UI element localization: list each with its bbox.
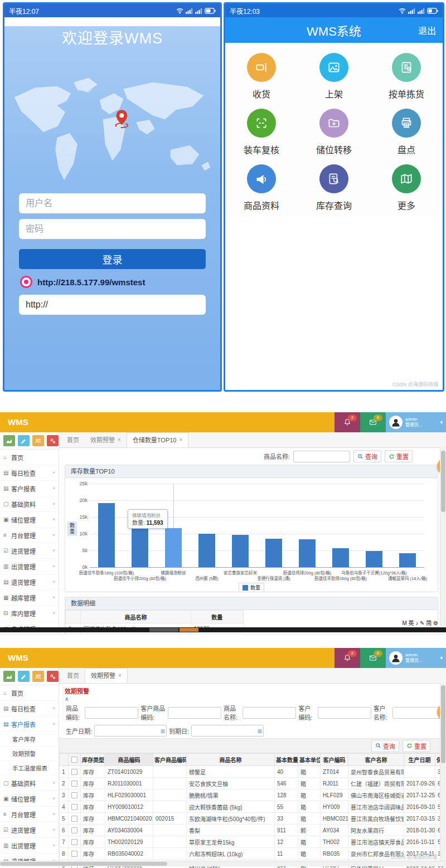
tab-仓储数量TOP10[interactable]: 仓储数量TOP10× — [127, 432, 189, 447]
detail-col-header[interactable]: 商品名称 — [81, 611, 191, 623]
chart-legend[interactable]: 数量 — [239, 583, 264, 592]
col-header-客户商品编码[interactable]: 客户商品编码 — [153, 754, 187, 766]
chart-bar[interactable] — [332, 548, 349, 567]
checkbox[interactable] — [71, 827, 77, 833]
collapse-icon[interactable]: ∧ — [59, 696, 446, 702]
sidebar-item-首页[interactable]: ⌂首页 — [0, 450, 59, 465]
chart-bar[interactable] — [399, 553, 416, 567]
table-row[interactable]: 7库存TH002020129草原家王龙骨15kg12箱TH002晋江市池店镇天厚… — [60, 836, 446, 848]
filter-input-0[interactable] — [85, 707, 138, 719]
horizontal-scrollbar[interactable] — [0, 861, 446, 866]
calendar-icon[interactable]: ▦ — [258, 728, 263, 734]
date-input-0[interactable] — [94, 725, 167, 737]
chart-bar[interactable] — [198, 534, 215, 567]
menu-item-收货[interactable]: 收货 — [225, 48, 298, 104]
search-button[interactable]: 查询 — [353, 450, 381, 462]
sidebar-item-出货管理[interactable]: ▥出货管理˅ — [0, 838, 59, 854]
scrollbar-thumb[interactable] — [441, 451, 445, 512]
menu-item-按单拣货[interactable]: 按单拣货 — [370, 48, 443, 104]
vertical-scrollbar[interactable] — [440, 447, 446, 626]
row-select[interactable] — [69, 789, 81, 801]
user-menu[interactable]: admin管理员...▾ — [386, 412, 446, 432]
notifications-button[interactable]: 2 — [334, 648, 360, 668]
chart-area-button[interactable] — [3, 671, 15, 682]
username-input[interactable] — [19, 193, 206, 213]
menu-item-储位转移[interactable]: 储位转移 — [298, 104, 370, 160]
tab-首页[interactable]: 首页 — [61, 433, 85, 447]
scrollbar-thumb[interactable] — [0, 862, 167, 866]
sidebar-item-储位管理[interactable]: ▣储位管理˅ — [0, 512, 59, 528]
sidebar-subitem-效期预警[interactable]: 效期预警 — [0, 747, 59, 761]
user-menu[interactable]: admin管理员...▾ — [386, 648, 446, 668]
sidebar-item-月台管理[interactable]: ≡月台管理˅ — [0, 528, 59, 543]
tab-close-icon[interactable]: × — [180, 433, 183, 447]
pencil-button[interactable] — [18, 435, 30, 446]
detail-col-header[interactable]: 数量 — [191, 611, 243, 623]
chart-bar[interactable] — [232, 535, 249, 568]
sidebar-item-进货管理[interactable]: ☑进货管理˅ — [0, 822, 59, 838]
menu-item-上架[interactable]: 上架 — [298, 48, 370, 104]
calendar-icon[interactable]: ▦ — [161, 728, 166, 734]
row-select[interactable] — [69, 766, 81, 778]
table-row[interactable]: 5库存HBMC0210400201002015东欧海湖味牛粒(500g*40包/… — [60, 813, 446, 825]
reset-button[interactable]: 重置 — [403, 740, 430, 752]
sidebar-item-每日检查[interactable]: ▤每日检查˅ — [0, 465, 59, 481]
checkbox[interactable] — [71, 792, 77, 798]
menu-item-商品资料[interactable]: 商品资料 — [225, 160, 298, 216]
tab-效期预警[interactable]: 效期预警× — [85, 668, 128, 683]
notifications-button[interactable]: 2 — [334, 412, 360, 432]
chart-bar[interactable] — [265, 539, 282, 567]
sidebar-item-基础资料[interactable]: ▢基础资料˅ — [0, 776, 59, 791]
users-button[interactable] — [32, 435, 44, 446]
sidebar-item-月台管理[interactable]: ≡月台管理˅ — [0, 807, 59, 822]
tab-close-icon[interactable]: × — [118, 669, 122, 683]
logout-button[interactable]: 退出 — [418, 23, 436, 37]
tab-效期预警[interactable]: 效期预警× — [85, 433, 127, 447]
col-header-客户编码[interactable]: 客户编码 — [321, 754, 348, 766]
filter-input-3[interactable] — [318, 707, 371, 719]
server-radio[interactable] — [20, 276, 32, 288]
sidebar-item-储位管理[interactable]: ▣储位管理˅ — [0, 791, 59, 807]
row-select[interactable] — [69, 848, 81, 860]
reset-button[interactable]: 重置 — [385, 450, 413, 462]
checkbox[interactable] — [71, 839, 77, 845]
col-header-商品名称[interactable]: 商品名称 — [187, 754, 275, 766]
messages-button[interactable]: 0 — [360, 648, 386, 668]
checkbox[interactable] — [71, 757, 77, 763]
col-header-基本数量[interactable]: 基本数量 — [275, 754, 298, 766]
checkbox[interactable] — [71, 816, 77, 822]
menu-item-库存查询[interactable]: 库存查询 — [298, 160, 370, 216]
sidebar-item-客户报表[interactable]: ▤客户报表˅ — [0, 481, 59, 496]
checkbox[interactable] — [71, 804, 77, 810]
scrollbar-thumb[interactable] — [441, 685, 445, 763]
messages-button[interactable]: 0 — [360, 412, 386, 432]
col-header-客户名称[interactable]: 客户名称 — [348, 754, 404, 766]
sidebar-item-基础资料[interactable]: ▢基础资料˅ — [0, 496, 59, 512]
users-button[interactable] — [32, 671, 44, 682]
row-select[interactable] — [69, 778, 81, 789]
sidebar-item-越库管理[interactable]: ▦越库管理˅ — [0, 590, 59, 606]
sidebar-subitem-客户库存[interactable]: 客户库存 — [0, 732, 59, 747]
menu-item-盘点[interactable]: 盘点 — [370, 104, 443, 160]
checkbox[interactable] — [71, 851, 77, 857]
filter-input-2[interactable] — [243, 707, 296, 719]
table-row[interactable]: 3库存HLF029030001脆脆桃/情果128箱HLF029佛山市南海区桂城街… — [60, 789, 446, 801]
search-button[interactable]: 查询 — [371, 740, 399, 752]
menu-item-装车复核[interactable]: 装车复核 — [225, 104, 298, 160]
sidebar-item-每日检查[interactable]: ▤每日检查˅ — [0, 701, 59, 716]
col-header-生产日期[interactable]: 生产日期 — [404, 754, 435, 766]
tab-close-icon[interactable]: × — [118, 433, 121, 447]
bottom-scrollbar[interactable] — [0, 627, 446, 632]
chart-bar[interactable] — [299, 539, 316, 567]
sidebar-item-客户报表[interactable]: ▤客户报表˅ — [0, 716, 59, 732]
checkbox[interactable] — [71, 781, 77, 787]
checkbox[interactable] — [71, 769, 77, 775]
gears-button[interactable] — [47, 671, 59, 682]
filter-input-1[interactable] — [168, 707, 221, 719]
chart-bar[interactable] — [366, 551, 382, 567]
table-row[interactable]: 1库存ZT014010029螃蟹足40箱ZT014泉州智泰食品贸易有限360 — [60, 766, 446, 778]
table-row[interactable]: 8库存RB035040002六和冻鸭翅块L (10kg)11箱RB035泉州市仁… — [60, 848, 446, 860]
sidebar-item-库内管理[interactable]: ⊟库内管理˅ — [0, 606, 59, 621]
chart-area-button[interactable] — [3, 435, 15, 446]
sidebar-item-出货管理[interactable]: ▥出货管理˅ — [0, 559, 59, 574]
